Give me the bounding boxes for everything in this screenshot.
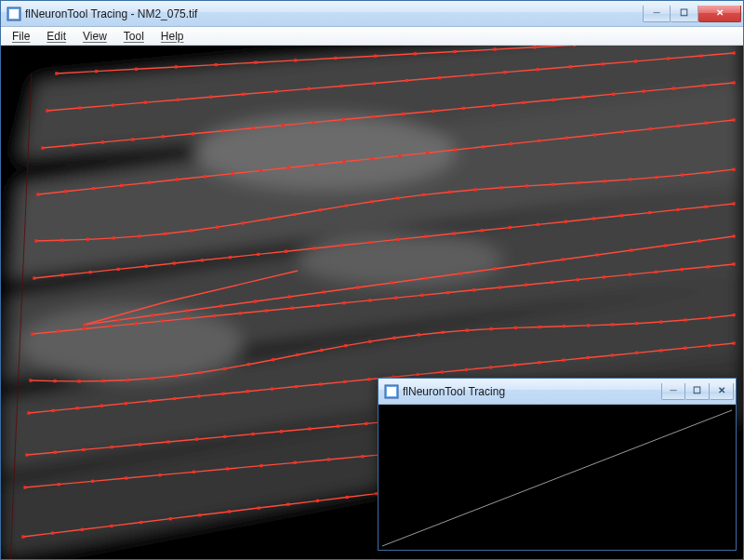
svg-rect-286	[58, 483, 60, 486]
svg-rect-42	[602, 62, 604, 65]
svg-rect-161	[425, 276, 428, 279]
profile-plot	[379, 405, 736, 550]
svg-rect-186	[420, 294, 423, 297]
svg-rect-251	[562, 359, 565, 362]
menu-view[interactable]: View	[75, 29, 114, 44]
svg-rect-84	[398, 154, 401, 157]
child-titlebar[interactable]: flNeuronTool Tracing ─ ☐ ✕	[379, 379, 736, 405]
main-titlebar[interactable]: flNeuronTool Tracing - NM2_075.tif ─ ☐ ✕	[1, 1, 743, 27]
svg-rect-114	[474, 188, 477, 191]
app-icon	[7, 7, 21, 21]
svg-rect-203	[126, 379, 129, 381]
menu-help[interactable]: Help	[153, 29, 192, 44]
child-maximize-button[interactable]: ☐	[685, 383, 710, 400]
svg-rect-290	[193, 471, 195, 473]
svg-rect-96	[732, 118, 735, 121]
svg-rect-313	[198, 513, 201, 516]
svg-rect-151	[83, 323, 86, 326]
svg-rect-184	[368, 299, 371, 301]
svg-rect-38	[471, 73, 473, 76]
svg-rect-62	[492, 104, 495, 107]
close-button[interactable]: ✕	[698, 6, 741, 22]
svg-rect-31	[242, 93, 245, 96]
svg-rect-315	[258, 507, 260, 510]
svg-rect-227	[708, 316, 711, 319]
svg-rect-119	[603, 180, 605, 182]
maximize-button[interactable]: ☐	[671, 6, 698, 22]
svg-rect-91	[593, 133, 596, 136]
svg-rect-158	[322, 290, 325, 293]
svg-rect-33	[307, 87, 310, 90]
svg-rect-179	[239, 312, 242, 314]
svg-rect-140	[453, 232, 456, 234]
svg-rect-138	[396, 238, 399, 241]
svg-rect-266	[223, 435, 226, 438]
svg-rect-207	[223, 367, 226, 370]
svg-rect-19	[533, 46, 536, 48]
svg-rect-218	[490, 327, 493, 330]
svg-rect-100	[113, 236, 115, 239]
svg-rect-205	[175, 374, 178, 377]
minimize-icon: ─	[653, 8, 659, 18]
svg-rect-8	[95, 70, 98, 73]
svg-rect-35	[373, 82, 376, 85]
svg-rect-73	[92, 187, 95, 190]
svg-rect-20	[573, 46, 576, 47]
menu-tool[interactable]: Tool	[116, 29, 152, 44]
svg-rect-214	[392, 337, 395, 340]
svg-rect-113	[448, 191, 451, 193]
svg-rect-255	[659, 349, 662, 352]
svg-rect-288	[125, 476, 127, 479]
svg-rect-148	[676, 208, 679, 211]
svg-rect-155	[219, 304, 222, 307]
svg-rect-268	[280, 430, 283, 433]
svg-rect-17	[454, 50, 457, 53]
svg-rect-143	[537, 223, 539, 226]
svg-rect-285	[23, 486, 26, 488]
svg-rect-145	[592, 217, 595, 220]
svg-rect-312	[169, 517, 172, 520]
svg-rect-90	[565, 137, 568, 140]
svg-rect-101	[138, 234, 140, 237]
svg-rect-223	[611, 323, 614, 326]
svg-rect-132	[229, 256, 232, 259]
svg-rect-262	[111, 446, 113, 448]
svg-rect-46	[732, 51, 735, 54]
svg-rect-128	[117, 268, 120, 271]
svg-rect-211	[320, 349, 323, 352]
svg-rect-188	[472, 288, 475, 291]
svg-rect-149	[704, 206, 707, 208]
minimize-icon: ─	[670, 386, 676, 395]
svg-rect-69	[702, 84, 705, 87]
minimize-button[interactable]: ─	[643, 6, 671, 22]
svg-rect-59	[402, 113, 405, 115]
child-minimize-button[interactable]: ─	[661, 383, 685, 400]
svg-rect-78	[232, 172, 234, 175]
svg-rect-41	[569, 65, 572, 68]
svg-rect-201	[77, 380, 80, 382]
svg-rect-164	[527, 262, 530, 265]
profile-canvas[interactable]	[379, 405, 736, 550]
svg-rect-308	[51, 532, 54, 535]
menu-edit[interactable]: Edit	[39, 29, 73, 44]
svg-rect-43	[634, 60, 637, 62]
svg-rect-51	[162, 135, 165, 138]
svg-rect-32	[274, 90, 277, 93]
svg-rect-190	[525, 284, 527, 287]
svg-rect-160	[391, 281, 393, 284]
menubar: File Edit View Tool Help	[1, 27, 743, 46]
svg-rect-95	[705, 122, 708, 125]
menu-file[interactable]: File	[5, 29, 37, 44]
svg-rect-93	[649, 127, 652, 130]
svg-rect-107	[293, 213, 296, 216]
svg-rect-263	[139, 443, 141, 446]
svg-rect-250	[538, 361, 540, 364]
svg-rect-314	[228, 510, 231, 513]
svg-point-4	[298, 233, 501, 286]
child-close-button[interactable]: ✕	[710, 383, 734, 400]
svg-rect-81	[315, 163, 318, 166]
svg-rect-70	[732, 81, 735, 84]
svg-rect-236	[197, 394, 200, 397]
close-icon: ✕	[716, 8, 724, 18]
svg-rect-110	[371, 200, 374, 203]
